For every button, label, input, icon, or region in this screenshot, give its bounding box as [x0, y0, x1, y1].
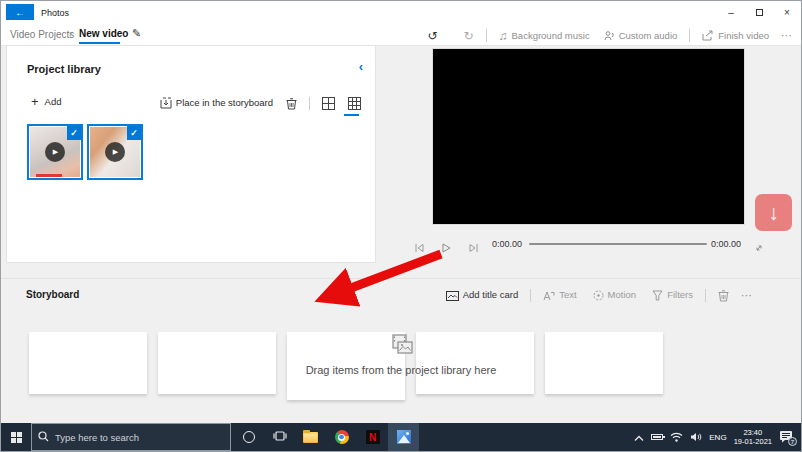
video-preview[interactable] — [432, 48, 745, 225]
storyboard-slot-2[interactable] — [158, 332, 276, 394]
toolbar-divider — [486, 29, 487, 42]
taskbar-chrome-button[interactable] — [326, 423, 357, 451]
red-download-annotation-button: ↓ — [755, 194, 792, 231]
delete-icon[interactable] — [718, 286, 729, 304]
project-library-panel: Project library ‹ + Add Place in the sto… — [6, 45, 376, 263]
toolbar-divider — [689, 29, 690, 42]
more-options-icon[interactable]: ⋯ — [741, 289, 753, 302]
notification-center-button[interactable]: 7 — [779, 429, 796, 445]
duration-time: 0:00.00 — [711, 239, 741, 249]
taskbar-search[interactable] — [31, 423, 231, 451]
small-grid-view-icon[interactable] — [348, 94, 361, 112]
search-input[interactable] — [55, 432, 224, 443]
selected-checkbox[interactable]: ✓ — [67, 126, 81, 140]
taskbar: N ENG 23:40 19-01-2021 7 — [1, 423, 801, 451]
collapse-panel-icon[interactable]: ‹ — [359, 59, 363, 74]
start-button[interactable] — [1, 423, 31, 451]
storyboard-slot-4[interactable] — [416, 332, 534, 394]
seek-slider[interactable] — [529, 243, 707, 245]
delete-icon[interactable] — [286, 94, 297, 112]
taskbar-photos-button[interactable] — [388, 423, 419, 451]
wifi-icon[interactable] — [670, 428, 683, 446]
redo-icon[interactable]: ↻ — [463, 30, 473, 42]
taskbar-task-view-button[interactable] — [264, 423, 295, 451]
selected-checkbox[interactable]: ✓ — [127, 126, 141, 140]
down-arrow-icon: ↓ — [768, 202, 779, 223]
library-video-thumbnail-1[interactable]: ▶ ✓ — [27, 124, 83, 180]
task-view-icon — [273, 428, 287, 446]
title-card-icon — [446, 289, 459, 300]
netflix-icon: N — [366, 430, 380, 444]
breadcrumb-underline — [79, 42, 120, 44]
playback-controls: 0:00.00 0:00.00 — [406, 235, 793, 253]
close-button[interactable]: × — [773, 1, 801, 23]
selected-view-underline — [344, 114, 359, 116]
play-button-icon[interactable] — [442, 239, 451, 257]
more-options-icon[interactable]: ⋯ — [781, 29, 793, 42]
music-note-icon: ♫ — [499, 30, 508, 42]
elapsed-time: 0:00.00 — [492, 239, 522, 249]
filters-button[interactable]: Filters — [652, 289, 693, 301]
minimize-button[interactable]: – — [717, 1, 745, 23]
toolbar-divider — [309, 97, 310, 110]
previous-frame-icon[interactable] — [414, 239, 424, 257]
search-icon — [38, 428, 49, 446]
language-indicator[interactable]: ENG — [709, 433, 726, 442]
text-tool-icon — [543, 289, 555, 300]
menu-bar: Video Projects › New video ✎ ↺ ↻ ♫ Backg… — [1, 25, 801, 46]
motion-button[interactable]: Motion — [593, 289, 637, 301]
custom-audio-button[interactable]: Custom audio — [604, 30, 678, 42]
tray-date: 19-01-2021 — [734, 437, 772, 446]
filter-funnel-icon — [652, 289, 663, 301]
background-music-button[interactable]: ♫ Background music — [499, 30, 590, 42]
add-button[interactable]: + Add — [31, 94, 62, 109]
thumbnail-red-bar — [36, 174, 62, 177]
title-bar: ← Photos – × — [1, 1, 801, 25]
storyboard-title: Storyboard — [26, 289, 79, 300]
export-icon — [702, 30, 714, 42]
taskbar-clock[interactable]: 23:40 19-01-2021 — [734, 428, 772, 446]
chrome-icon — [335, 430, 349, 444]
maximize-button[interactable] — [745, 1, 773, 23]
storyboard-slot-3[interactable] — [287, 332, 405, 400]
storyboard-slot-1[interactable] — [29, 332, 147, 394]
photos-app-icon — [397, 430, 411, 444]
breadcrumb-new-video[interactable]: New video — [79, 28, 128, 39]
add-title-card-button[interactable]: Add title card — [446, 289, 518, 300]
photos-app-window: ← Photos – × Video Projects › New video … — [0, 0, 802, 452]
app-title: Photos — [41, 8, 69, 18]
maximize-icon — [756, 9, 763, 16]
play-icon: ▶ — [105, 142, 125, 162]
toolbar-divider — [705, 289, 706, 302]
fullscreen-icon[interactable] — [754, 239, 764, 257]
volume-icon[interactable] — [690, 428, 702, 446]
place-in-storyboard-button[interactable]: Place in the storyboard — [160, 97, 273, 109]
undo-icon[interactable]: ↺ — [427, 30, 437, 42]
rename-pencil-icon[interactable]: ✎ — [132, 27, 141, 40]
back-arrow-icon: ← — [15, 7, 25, 18]
project-library-title: Project library — [27, 63, 101, 75]
notification-badge: 7 — [788, 437, 797, 446]
large-grid-view-icon[interactable] — [322, 94, 335, 112]
file-explorer-icon — [303, 432, 318, 443]
breadcrumb-separator: › — [69, 28, 72, 39]
next-frame-icon[interactable] — [469, 239, 479, 257]
custom-audio-icon — [604, 30, 615, 42]
breadcrumb-video-projects[interactable]: Video Projects — [10, 29, 74, 40]
taskbar-file-explorer-button[interactable] — [295, 423, 326, 451]
finish-video-button[interactable]: Finish video — [702, 30, 769, 42]
battery-icon[interactable] — [651, 434, 663, 440]
library-video-thumbnail-2[interactable]: ▶ ✓ — [87, 124, 143, 180]
taskbar-cortana-button[interactable] — [233, 423, 264, 451]
storyboard-section: Storyboard Add title card Text Moti — [1, 278, 801, 425]
taskbar-netflix-button[interactable]: N — [357, 423, 388, 451]
back-button[interactable]: ← — [6, 4, 34, 20]
show-hidden-icons-chevron[interactable] — [634, 428, 644, 446]
cortana-icon — [243, 431, 255, 443]
storyboard-slot-5[interactable] — [545, 332, 663, 394]
place-in-storyboard-icon — [160, 97, 172, 109]
motion-icon — [593, 289, 604, 301]
toolbar-divider — [530, 289, 531, 302]
text-button[interactable]: Text — [543, 289, 576, 300]
windows-logo-icon — [11, 432, 22, 443]
